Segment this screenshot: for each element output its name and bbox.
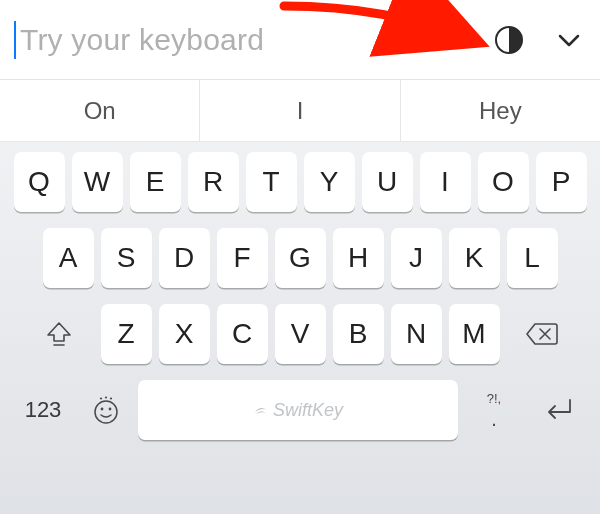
chevron-down-icon bbox=[556, 27, 582, 53]
svg-point-7 bbox=[110, 397, 112, 399]
suggestion-2[interactable]: I bbox=[199, 80, 399, 141]
keyboard: Q W E R T Y U I O P A S D F G H J K L Z … bbox=[0, 142, 600, 514]
shift-key[interactable] bbox=[24, 304, 94, 364]
key-row-3: Z X C V B N M bbox=[6, 304, 594, 364]
key-c[interactable]: C bbox=[217, 304, 268, 364]
punct-top-label: ?!, bbox=[487, 392, 501, 405]
key-o[interactable]: O bbox=[478, 152, 529, 212]
return-icon bbox=[542, 396, 576, 424]
suggestion-bar: On I Hey bbox=[0, 80, 600, 142]
emoji-key[interactable] bbox=[81, 380, 131, 440]
key-q[interactable]: Q bbox=[14, 152, 65, 212]
backspace-key[interactable] bbox=[507, 304, 577, 364]
key-t[interactable]: T bbox=[246, 152, 297, 212]
key-row-2: A S D F G H J K L bbox=[6, 228, 594, 288]
key-row-1: Q W E R T Y U I O P bbox=[6, 152, 594, 212]
key-l[interactable]: L bbox=[507, 228, 558, 288]
swiftkey-logo-icon bbox=[253, 402, 269, 418]
theme-toggle-button[interactable] bbox=[492, 23, 526, 57]
key-g[interactable]: G bbox=[275, 228, 326, 288]
half-circle-icon bbox=[494, 25, 524, 55]
expand-button[interactable] bbox=[552, 23, 586, 57]
key-j[interactable]: J bbox=[391, 228, 442, 288]
key-u[interactable]: U bbox=[362, 152, 413, 212]
svg-point-6 bbox=[105, 396, 107, 398]
suggestion-1[interactable]: On bbox=[0, 80, 199, 141]
key-s[interactable]: S bbox=[101, 228, 152, 288]
punctuation-key[interactable]: ?!, . bbox=[465, 380, 523, 440]
key-row-bottom: 123 SwiftKey ?!, . bbox=[6, 380, 594, 440]
key-a[interactable]: A bbox=[43, 228, 94, 288]
svg-point-3 bbox=[101, 408, 104, 411]
key-d[interactable]: D bbox=[159, 228, 210, 288]
key-m[interactable]: M bbox=[449, 304, 500, 364]
key-x[interactable]: X bbox=[159, 304, 210, 364]
backspace-icon bbox=[525, 321, 559, 347]
spacebar-brand-label: SwiftKey bbox=[273, 400, 343, 421]
key-n[interactable]: N bbox=[391, 304, 442, 364]
emoji-icon bbox=[91, 395, 121, 425]
keyboard-try-input[interactable]: Try your keyboard bbox=[20, 23, 492, 57]
key-h[interactable]: H bbox=[333, 228, 384, 288]
punct-bot-label: . bbox=[491, 409, 497, 429]
spacebar-brand: SwiftKey bbox=[253, 400, 343, 421]
key-v[interactable]: V bbox=[275, 304, 326, 364]
input-row: Try your keyboard bbox=[0, 0, 600, 80]
text-caret bbox=[14, 21, 16, 59]
key-p[interactable]: P bbox=[536, 152, 587, 212]
key-e[interactable]: E bbox=[130, 152, 181, 212]
key-r[interactable]: R bbox=[188, 152, 239, 212]
key-k[interactable]: K bbox=[449, 228, 500, 288]
key-y[interactable]: Y bbox=[304, 152, 355, 212]
key-b[interactable]: B bbox=[333, 304, 384, 364]
key-z[interactable]: Z bbox=[101, 304, 152, 364]
numbers-key[interactable]: 123 bbox=[12, 380, 74, 440]
shift-icon bbox=[44, 319, 74, 349]
suggestion-3[interactable]: Hey bbox=[400, 80, 600, 141]
spacebar-key[interactable]: SwiftKey bbox=[138, 380, 458, 440]
key-f[interactable]: F bbox=[217, 228, 268, 288]
svg-point-4 bbox=[109, 408, 112, 411]
return-key[interactable] bbox=[530, 380, 588, 440]
key-i[interactable]: I bbox=[420, 152, 471, 212]
key-w[interactable]: W bbox=[72, 152, 123, 212]
svg-point-5 bbox=[100, 397, 102, 399]
svg-point-2 bbox=[95, 401, 117, 423]
